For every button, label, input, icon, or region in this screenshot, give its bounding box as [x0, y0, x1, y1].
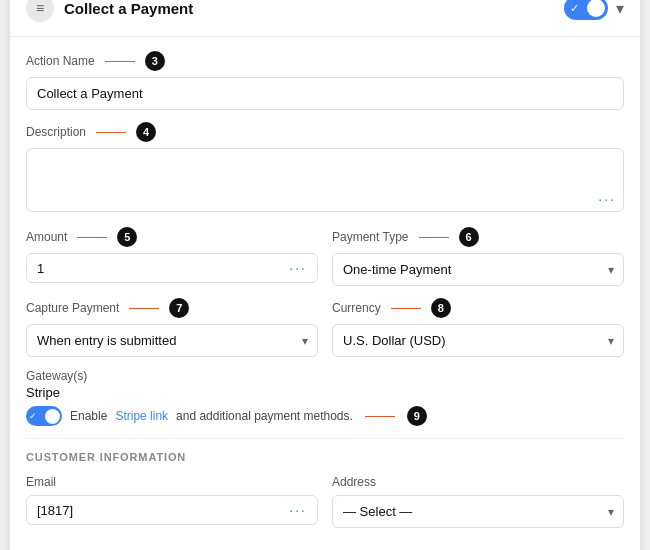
currency-badge: 8	[431, 298, 451, 318]
toggle-check-icon: ✓	[570, 2, 579, 15]
description-label: Description 4	[26, 122, 624, 142]
stripe-badge: 9	[407, 406, 427, 426]
stripe-toggle-check-icon: ✓	[29, 411, 37, 421]
gateway-group: Gateway(s) Stripe ✓ Enable Stripe link a…	[26, 369, 624, 426]
currency-label: Currency 8	[332, 298, 624, 318]
amount-input[interactable]	[37, 261, 289, 276]
capture-payment-group: Capture Payment 7 When entry is submitte…	[26, 298, 318, 357]
toggle-thumb	[587, 0, 605, 17]
capture-payment-label: Capture Payment 7	[26, 298, 318, 318]
gateway-value: Stripe	[26, 385, 624, 400]
section-divider	[26, 438, 624, 439]
header-title: Collect a Payment	[64, 0, 193, 17]
address-group: Address — Select — ▾	[332, 475, 624, 528]
label-connector	[105, 61, 135, 62]
action-name-input[interactable]	[26, 77, 624, 110]
action-name-group: Action Name 3	[26, 51, 624, 110]
label-connector	[365, 416, 395, 417]
payment-type-select-wrapper: One-time Payment ▾	[332, 253, 624, 286]
action-name-badge: 3	[145, 51, 165, 71]
address-select-wrapper: — Select — ▾	[332, 495, 624, 528]
currency-select-wrapper: U.S. Dollar (USD) ▾	[332, 324, 624, 357]
stripe-enable-post: and additional payment methods.	[176, 409, 353, 423]
collect-payment-card: ≡ Collect a Payment ✓ ▾ Action Name 3 De…	[10, 0, 640, 550]
label-connector	[77, 237, 107, 238]
email-input[interactable]	[37, 503, 289, 518]
stripe-enable-row: ✓ Enable Stripe link and additional paym…	[26, 406, 624, 426]
enable-toggle[interactable]: ✓	[564, 0, 608, 20]
payment-type-select[interactable]: One-time Payment	[332, 253, 624, 286]
description-badge: 4	[136, 122, 156, 142]
gateway-label: Gateway(s)	[26, 369, 624, 383]
stripe-link-anchor[interactable]: Stripe link	[115, 409, 168, 423]
payment-type-badge: 6	[459, 227, 479, 247]
label-connector	[419, 237, 449, 238]
email-dots[interactable]: ···	[289, 502, 307, 518]
capture-payment-badge: 7	[169, 298, 189, 318]
amount-input-wrapper: ···	[26, 253, 318, 283]
capture-currency-row: Capture Payment 7 When entry is submitte…	[26, 298, 624, 357]
payment-icon: ≡	[26, 0, 54, 22]
stripe-toggle-thumb	[45, 409, 60, 424]
amount-paymenttype-row: Amount 5 ··· Payment Type 6 One-time	[26, 227, 624, 286]
amount-badge: 5	[117, 227, 137, 247]
description-field-wrapper: ···	[26, 148, 624, 215]
payment-type-label: Payment Type 6	[332, 227, 624, 247]
customer-info-title: CUSTOMER INFORMATION	[26, 451, 624, 463]
payment-type-group: Payment Type 6 One-time Payment ▾	[332, 227, 624, 286]
amount-dots[interactable]: ···	[289, 260, 307, 276]
label-connector	[391, 308, 421, 309]
header-left: ≡ Collect a Payment	[26, 0, 193, 22]
collapse-chevron-icon[interactable]: ▾	[616, 0, 624, 18]
label-connector	[96, 132, 126, 133]
capture-payment-select[interactable]: When entry is submitted	[26, 324, 318, 357]
card-body: Action Name 3 Description 4 ··· Amount	[10, 37, 640, 550]
email-input-wrapper: ···	[26, 495, 318, 525]
address-label: Address	[332, 475, 624, 489]
currency-select[interactable]: U.S. Dollar (USD)	[332, 324, 624, 357]
currency-group: Currency 8 U.S. Dollar (USD) ▾	[332, 298, 624, 357]
action-name-label: Action Name 3	[26, 51, 624, 71]
address-select[interactable]: — Select —	[332, 495, 624, 528]
email-label: Email	[26, 475, 318, 489]
stripe-enable-pre: Enable	[70, 409, 107, 423]
capture-payment-select-wrapper: When entry is submitted ▾	[26, 324, 318, 357]
stripe-link-toggle[interactable]: ✓	[26, 406, 62, 426]
card-header: ≡ Collect a Payment ✓ ▾	[10, 0, 640, 37]
customer-info-row: Email ··· Address — Select — ▾	[26, 475, 624, 528]
description-dots[interactable]: ···	[598, 191, 616, 207]
label-connector	[129, 308, 159, 309]
description-group: Description 4 ···	[26, 122, 624, 215]
header-right: ✓ ▾	[564, 0, 624, 20]
email-group: Email ···	[26, 475, 318, 528]
description-input[interactable]	[26, 148, 624, 212]
amount-group: Amount 5 ···	[26, 227, 318, 286]
amount-label: Amount 5	[26, 227, 318, 247]
